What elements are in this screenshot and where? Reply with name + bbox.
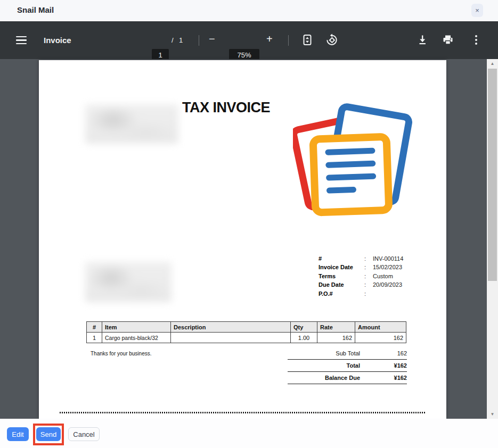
modal-header: Snail Mail ×	[0, 0, 498, 21]
page-divider: /	[172, 21, 174, 59]
page-total: 1	[179, 21, 183, 59]
redacted-company-block	[85, 104, 178, 144]
detail-row: Due Date : 20/09/2023	[319, 280, 420, 289]
pdf-toolbar: Invoice / 1 − 75% +	[0, 21, 498, 59]
send-button[interactable]: Send	[36, 427, 61, 441]
print-icon[interactable]	[442, 34, 454, 48]
download-icon[interactable]	[416, 34, 429, 48]
modal-title: Snail Mail	[17, 5, 54, 14]
zoom-in-button[interactable]: +	[266, 33, 273, 45]
modal-footer: Edit Send Cancel	[0, 419, 498, 448]
scroll-down-icon[interactable]: ▼	[487, 410, 498, 419]
zoom-out-button[interactable]: −	[209, 33, 215, 45]
thanks-note: Thanks for your business.	[91, 351, 152, 356]
detail-row: # : INV-000114	[319, 254, 420, 263]
balance-due-row: Balance Due ¥162	[288, 372, 407, 384]
redacted-billto-block	[85, 262, 172, 302]
invoice-heading: TAX INVOICE	[182, 99, 270, 116]
perforation-dotted-line	[60, 412, 426, 413]
document-title: Invoice	[44, 21, 71, 59]
edit-button[interactable]: Edit	[7, 427, 29, 441]
pdf-viewer: TAX INVOICE # : INV-000114 Invoice Date …	[0, 59, 498, 419]
detail-row: Terms : Custom	[319, 272, 420, 280]
total-row: Total ¥162	[288, 360, 407, 372]
rotate-icon[interactable]	[325, 34, 338, 48]
toolbar-separator	[288, 35, 289, 46]
detail-row: P.O.# :	[319, 289, 420, 298]
scroll-up-icon[interactable]: ▲	[487, 59, 498, 68]
toolbar-separator	[199, 35, 199, 46]
more-vertical-icon[interactable]	[470, 34, 483, 48]
fit-to-page-icon[interactable]	[301, 34, 314, 48]
scrollbar-thumb[interactable]	[488, 69, 497, 281]
table-header-row: # Item Description Qty Rate Amount	[87, 322, 406, 333]
cancel-button[interactable]: Cancel	[68, 427, 100, 441]
line-items-table: # Item Description Qty Rate Amount 1 Car…	[86, 321, 406, 343]
close-icon[interactable]: ×	[471, 4, 483, 17]
totals-section: Sub Total 162 Total ¥162 Balance Due ¥16…	[288, 347, 407, 384]
company-logo	[293, 102, 414, 218]
invoice-details: # : INV-000114 Invoice Date : 15/02/2023…	[319, 254, 420, 298]
table-row: 1 Cargo pants-black/32 1.00 162 162	[87, 333, 406, 343]
menu-icon[interactable]	[15, 21, 28, 59]
invoice-page: TAX INVOICE # : INV-000114 Invoice Date …	[39, 60, 446, 419]
vertical-scrollbar: ▲ ▼	[487, 59, 498, 419]
detail-row: Invoice Date : 15/02/2023	[319, 263, 420, 271]
subtotal-row: Sub Total 162	[288, 347, 407, 360]
